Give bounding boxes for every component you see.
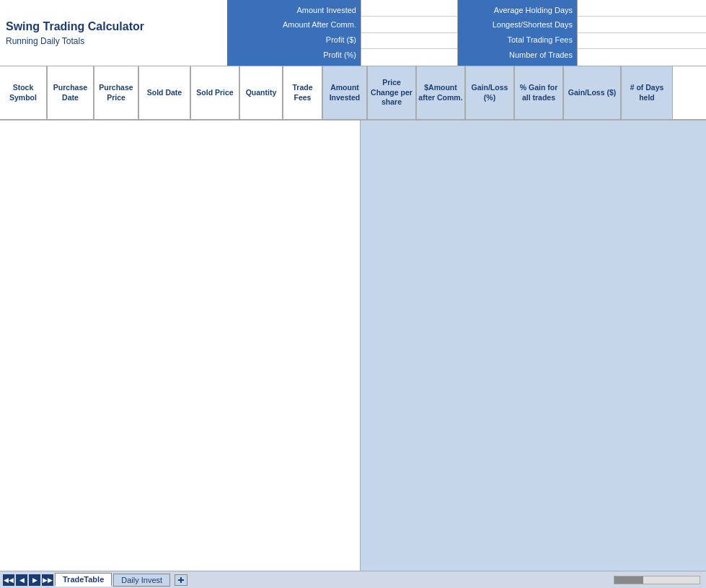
nav-last-button[interactable]: ▶▶ (42, 574, 53, 586)
amount-after-comm-label: Amount After Comm. (227, 19, 361, 32)
profit-pct-input[interactable] (361, 49, 457, 66)
profit-dollar-label: Profit ($) (227, 34, 361, 47)
col-header-sold-date: Sold Date (138, 66, 190, 119)
app-title: Swing Trading Calculator (6, 20, 221, 33)
tab-add-icon[interactable] (175, 574, 187, 586)
col-header-gain-loss-pct: Gain/Loss (%) (465, 66, 514, 119)
total-fees-label: Total Trading Fees (458, 34, 577, 47)
col-header-quantity: Quantity (239, 66, 283, 119)
total-fees-input[interactable] (578, 33, 706, 50)
top-header: Swing Trading Calculator Running Daily T… (0, 0, 706, 66)
nav-next-button[interactable]: ▶ (29, 574, 40, 586)
profit-dollar-input[interactable] (361, 33, 457, 50)
col-header-amount-invested: Amount Invested (322, 66, 367, 119)
longest-shortest-label: Longest/Shortest Days (458, 19, 577, 32)
amount-invested-input[interactable] (361, 0, 457, 17)
col-header-samount: $Amount after Comm. (416, 66, 465, 119)
col-header-sold-price: Sold Price (190, 66, 239, 119)
app-container: Swing Trading Calculator Running Daily T… (0, 0, 706, 588)
col-header-trade-fees: Trade Fees (283, 66, 322, 119)
col-header-days-held: # of Days held (621, 66, 673, 119)
col-header-purchase-date: Purchase Date (47, 66, 94, 119)
summary-inputs-left (361, 0, 458, 66)
avg-holding-label: Average Holding Days (458, 4, 577, 17)
num-trades-input[interactable] (578, 49, 706, 66)
col-header-pct-gain-all: % Gain for all trades (514, 66, 563, 119)
summary-inputs-right (577, 0, 706, 66)
amount-invested-label: Amount Invested (227, 4, 361, 17)
right-data-area[interactable] (361, 120, 706, 571)
main-content (0, 120, 706, 571)
avg-holding-input[interactable] (578, 0, 706, 17)
summary-labels-left: Amount Invested Amount After Comm. Profi… (227, 0, 361, 66)
col-header-stock: Stock Symbol (0, 66, 47, 119)
col-header-purchase-price: Purchase Price (94, 66, 138, 119)
horizontal-scrollbar[interactable] (614, 576, 700, 584)
num-trades-label: Number of Trades (458, 49, 577, 62)
profit-pct-label: Profit (%) (227, 49, 361, 62)
nav-first-button[interactable]: ◀◀ (3, 574, 14, 586)
longest-shortest-input[interactable] (578, 17, 706, 33)
left-data-area[interactable] (0, 120, 361, 571)
col-header-gain-loss-dollar: Gain/Loss ($) (563, 66, 621, 119)
title-section: Swing Trading Calculator Running Daily T… (0, 0, 227, 66)
tab-trade-table[interactable]: TradeTable (55, 573, 112, 587)
scrollbar-thumb[interactable] (614, 576, 643, 584)
bottom-tab-bar: ◀◀ ◀ ▶ ▶▶ TradeTable Daily Invest (0, 571, 706, 588)
tab-daily-invest[interactable]: Daily Invest (113, 574, 170, 587)
horizontal-scrollbar-area (189, 576, 703, 584)
column-headers: Stock Symbol Purchase Date Purchase Pric… (0, 66, 706, 120)
col-header-price-change: Price Change per share (367, 66, 416, 119)
app-subtitle: Running Daily Totals (6, 36, 221, 46)
summary-labels-right: Average Holding Days Longest/Shortest Da… (458, 0, 577, 66)
nav-prev-button[interactable]: ◀ (16, 574, 27, 586)
amount-after-comm-input[interactable] (361, 17, 457, 33)
